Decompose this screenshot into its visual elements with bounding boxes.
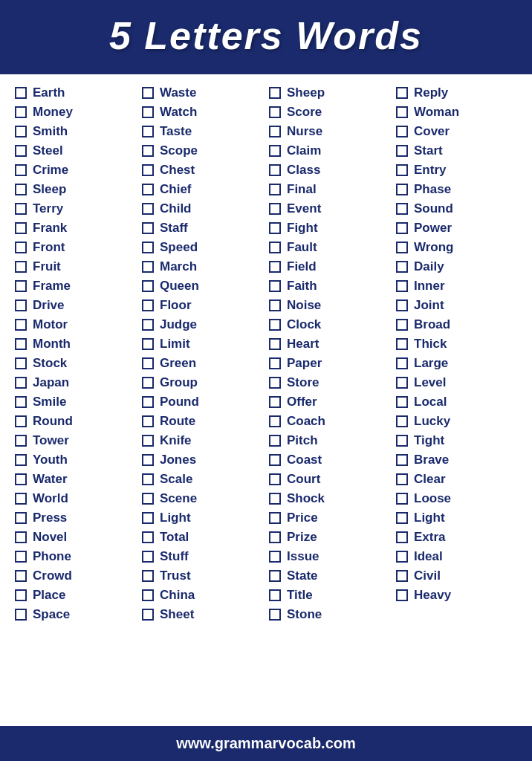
list-item[interactable]: Watch bbox=[139, 103, 266, 122]
checkbox-icon[interactable] bbox=[142, 531, 154, 543]
checkbox-icon[interactable] bbox=[142, 493, 154, 505]
list-item[interactable]: Crime bbox=[12, 161, 139, 180]
checkbox-icon[interactable] bbox=[269, 87, 281, 99]
checkbox-icon[interactable] bbox=[142, 589, 154, 601]
list-item[interactable]: Phase bbox=[393, 180, 520, 199]
list-item[interactable]: Scene bbox=[139, 489, 266, 508]
list-item[interactable]: Stuff bbox=[139, 547, 266, 566]
checkbox-icon[interactable] bbox=[269, 106, 281, 118]
list-item[interactable]: Pound bbox=[139, 392, 266, 412]
list-item[interactable]: Joint bbox=[393, 296, 520, 315]
checkbox-icon[interactable] bbox=[269, 415, 281, 427]
checkbox-icon[interactable] bbox=[396, 377, 408, 389]
list-item[interactable]: Sheep bbox=[266, 83, 393, 103]
checkbox-icon[interactable] bbox=[15, 377, 27, 389]
list-item[interactable]: Shock bbox=[266, 489, 393, 508]
list-item[interactable]: Faith bbox=[266, 276, 393, 296]
checkbox-icon[interactable] bbox=[269, 126, 281, 137]
checkbox-icon[interactable] bbox=[396, 589, 408, 601]
list-item[interactable]: Daily bbox=[393, 257, 520, 276]
list-item[interactable]: Title bbox=[266, 586, 393, 605]
list-item[interactable]: Claim bbox=[266, 141, 393, 161]
checkbox-icon[interactable] bbox=[142, 454, 154, 466]
checkbox-icon[interactable] bbox=[15, 570, 27, 582]
checkbox-icon[interactable] bbox=[396, 338, 408, 350]
list-item[interactable]: Tower bbox=[12, 431, 139, 450]
list-item[interactable]: Heavy bbox=[393, 586, 520, 605]
checkbox-icon[interactable] bbox=[396, 184, 408, 195]
list-item[interactable]: Store bbox=[266, 373, 393, 392]
checkbox-icon[interactable] bbox=[142, 299, 154, 311]
checkbox-icon[interactable] bbox=[15, 396, 27, 408]
list-item[interactable]: Youth bbox=[12, 450, 139, 470]
checkbox-icon[interactable] bbox=[15, 531, 27, 543]
checkbox-icon[interactable] bbox=[15, 473, 27, 485]
checkbox-icon[interactable] bbox=[15, 261, 27, 273]
list-item[interactable]: Light bbox=[139, 508, 266, 528]
checkbox-icon[interactable] bbox=[15, 551, 27, 563]
checkbox-icon[interactable] bbox=[142, 145, 154, 157]
list-item[interactable]: Green bbox=[139, 354, 266, 373]
checkbox-icon[interactable] bbox=[15, 203, 27, 215]
checkbox-icon[interactable] bbox=[142, 551, 154, 563]
list-item[interactable]: Judge bbox=[139, 315, 266, 334]
list-item[interactable]: Trust bbox=[139, 566, 266, 586]
list-item[interactable]: Woman bbox=[393, 103, 520, 122]
list-item[interactable]: Civil bbox=[393, 566, 520, 586]
list-item[interactable]: Prize bbox=[266, 528, 393, 547]
list-item[interactable]: Sleep bbox=[12, 180, 139, 199]
checkbox-icon[interactable] bbox=[142, 280, 154, 292]
checkbox-icon[interactable] bbox=[269, 280, 281, 292]
list-item[interactable]: Clear bbox=[393, 470, 520, 489]
list-item[interactable]: Floor bbox=[139, 296, 266, 315]
list-item[interactable]: Inner bbox=[393, 276, 520, 296]
list-item[interactable]: Round bbox=[12, 412, 139, 431]
list-item[interactable]: Lucky bbox=[393, 412, 520, 431]
list-item[interactable]: Drive bbox=[12, 296, 139, 315]
list-item[interactable]: Earth bbox=[12, 83, 139, 103]
checkbox-icon[interactable] bbox=[269, 338, 281, 350]
list-item[interactable]: Money bbox=[12, 103, 139, 122]
checkbox-icon[interactable] bbox=[269, 203, 281, 215]
checkbox-icon[interactable] bbox=[396, 106, 408, 118]
list-item[interactable]: Limit bbox=[139, 334, 266, 354]
list-item[interactable]: Route bbox=[139, 412, 266, 431]
list-item[interactable]: Phone bbox=[12, 547, 139, 566]
checkbox-icon[interactable] bbox=[269, 609, 281, 621]
list-item[interactable]: Cover bbox=[393, 122, 520, 141]
list-item[interactable]: Start bbox=[393, 141, 520, 161]
checkbox-icon[interactable] bbox=[269, 184, 281, 195]
list-item[interactable]: Final bbox=[266, 180, 393, 199]
checkbox-icon[interactable] bbox=[269, 435, 281, 447]
checkbox-icon[interactable] bbox=[269, 570, 281, 582]
checkbox-icon[interactable] bbox=[15, 454, 27, 466]
checkbox-icon[interactable] bbox=[396, 570, 408, 582]
checkbox-icon[interactable] bbox=[142, 87, 154, 99]
checkbox-icon[interactable] bbox=[15, 184, 27, 195]
list-item[interactable]: China bbox=[139, 586, 266, 605]
list-item[interactable]: Queen bbox=[139, 276, 266, 296]
list-item[interactable]: Staff bbox=[139, 218, 266, 238]
checkbox-icon[interactable] bbox=[15, 222, 27, 234]
list-item[interactable]: Press bbox=[12, 508, 139, 528]
checkbox-icon[interactable] bbox=[396, 551, 408, 563]
checkbox-icon[interactable] bbox=[142, 338, 154, 350]
checkbox-icon[interactable] bbox=[15, 145, 27, 157]
checkbox-icon[interactable] bbox=[142, 106, 154, 118]
list-item[interactable]: Loose bbox=[393, 489, 520, 508]
checkbox-icon[interactable] bbox=[396, 319, 408, 331]
checkbox-icon[interactable] bbox=[142, 261, 154, 273]
list-item[interactable]: Class bbox=[266, 161, 393, 180]
checkbox-icon[interactable] bbox=[142, 396, 154, 408]
checkbox-icon[interactable] bbox=[396, 145, 408, 157]
checkbox-icon[interactable] bbox=[396, 222, 408, 234]
checkbox-icon[interactable] bbox=[269, 319, 281, 331]
list-item[interactable]: Sound bbox=[393, 199, 520, 218]
list-item[interactable]: Clock bbox=[266, 315, 393, 334]
checkbox-icon[interactable] bbox=[396, 512, 408, 524]
checkbox-icon[interactable] bbox=[396, 415, 408, 427]
list-item[interactable]: World bbox=[12, 489, 139, 508]
checkbox-icon[interactable] bbox=[269, 512, 281, 524]
checkbox-icon[interactable] bbox=[396, 280, 408, 292]
list-item[interactable]: March bbox=[139, 257, 266, 276]
